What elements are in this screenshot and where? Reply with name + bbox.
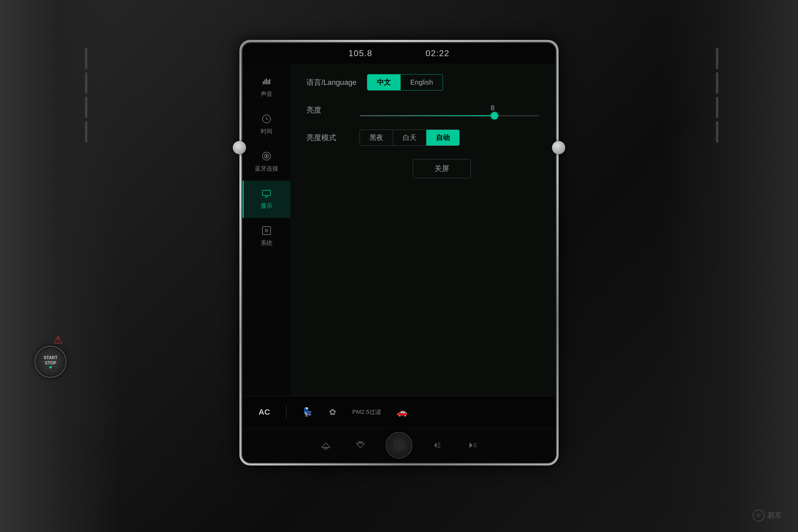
svg-rect-0 (263, 81, 264, 84)
left-dashboard: ⚠ START STOP (0, 0, 120, 532)
status-indicator (50, 366, 52, 368)
screen-off-row: 关屏 (306, 159, 539, 178)
display-settings-panel: 语言/Language 中文 English 亮度 (290, 63, 555, 396)
infotainment-screen: 105.8 02:22 (243, 43, 555, 462)
language-setting-row: 语言/Language 中文 English (306, 74, 539, 91)
hvac-control-bar: AC 💺 ✿ PM2.5过滤 🚗 (243, 396, 555, 428)
sidebar-item-time[interactable]: 时间 (243, 106, 290, 144)
main-content-area: 声音 时间 (243, 63, 555, 396)
sidebar-label-display: 显示 (261, 202, 272, 210)
screen-off-button[interactable]: 关屏 (413, 159, 471, 178)
right-air-vent (716, 48, 718, 142)
system-icon: i (262, 226, 271, 237)
svg-rect-4 (269, 79, 270, 84)
brightness-value: 8 (491, 104, 494, 112)
defrost-rear-button[interactable] (351, 436, 370, 455)
screen-inner-bezel: 105.8 02:22 (242, 42, 556, 463)
svg-rect-2 (266, 78, 267, 84)
start-stop-button[interactable]: START STOP (35, 346, 66, 378)
clock-icon (262, 114, 271, 125)
svg-line-27 (438, 446, 440, 448)
svg-rect-3 (268, 80, 269, 84)
brightness-mode-label: 亮度模式 (306, 133, 349, 143)
watermark-icon: © (753, 510, 764, 521)
watermark: © 易车 (753, 510, 782, 521)
svg-rect-13 (263, 190, 270, 195)
brightness-section: 亮度 8 (306, 104, 539, 116)
hvac-seat-heat[interactable]: 💺 (302, 407, 313, 417)
brightness-mode-row: 亮度模式 黑夜 白天 自动 (306, 130, 539, 146)
right-dashboard (665, 0, 798, 532)
brightness-slider-container[interactable] (360, 115, 539, 116)
defrost-front-button[interactable] (317, 436, 335, 455)
vent-bar (716, 48, 718, 69)
vent-bar (85, 121, 87, 142)
svg-text:i: i (266, 228, 267, 232)
brightness-slider-thumb[interactable] (491, 112, 498, 119)
hvac-divider-1 (286, 405, 286, 419)
brightness-slider-track (360, 115, 539, 116)
current-time: 02:22 (425, 49, 450, 58)
vent-bar (85, 72, 87, 94)
vent-bar (716, 121, 718, 142)
sidebar-item-display[interactable]: 显示 (243, 180, 290, 218)
hvac-fan[interactable]: ✿ (329, 407, 336, 417)
ac-label: AC (259, 407, 270, 417)
brightness-mode-toggle-group: 黑夜 白天 自动 (360, 130, 460, 146)
brightness-row: 亮度 8 (306, 104, 539, 116)
sidebar-item-bluetooth[interactable]: 蓝牙连接 (243, 144, 290, 180)
mode-night-button[interactable]: 黑夜 (360, 130, 393, 146)
physical-button-bar (243, 428, 555, 462)
svg-marker-28 (470, 443, 473, 448)
language-chinese-button[interactable]: 中文 (367, 75, 401, 90)
brightness-slider-fill (360, 115, 494, 116)
language-label: 语言/Language (306, 77, 357, 88)
brightness-label: 亮度 (306, 105, 349, 115)
screen-container: 105.8 02:22 (240, 40, 558, 466)
sidebar-label-system: 系统 (261, 239, 272, 247)
left-knob[interactable] (233, 141, 246, 154)
right-knob[interactable] (552, 141, 565, 154)
sound-icon (262, 77, 271, 88)
svg-marker-24 (434, 443, 437, 448)
radio-frequency: 105.8 (348, 49, 373, 58)
vent-bar (716, 72, 718, 94)
warning-triangle-icon: ⚠ (53, 334, 63, 346)
mode-day-button[interactable]: 白天 (393, 130, 426, 146)
volume-up-button[interactable] (463, 436, 481, 455)
recirculate-icon: 🚗 (397, 407, 407, 417)
language-english-button[interactable]: English (401, 75, 442, 90)
display-icon (262, 189, 271, 200)
seat-heat-icon: 💺 (302, 407, 313, 417)
fan-icon: ✿ (329, 407, 336, 417)
hvac-pm25[interactable]: PM2.5过滤 (352, 408, 381, 416)
language-toggle-group: 中文 English (367, 74, 443, 91)
sidebar-label-time: 时间 (261, 128, 272, 135)
volume-down-button[interactable] (428, 436, 447, 455)
screen-bezel: 105.8 02:22 (240, 40, 558, 466)
sidebar-label-bluetooth: 蓝牙连接 (255, 165, 278, 173)
bluetooth-icon (262, 151, 271, 163)
svg-point-23 (394, 440, 404, 450)
vent-bar (85, 48, 87, 69)
pm25-label: PM2.5过滤 (352, 408, 381, 416)
watermark-text: 易车 (767, 510, 782, 520)
sidebar-label-sound: 声音 (261, 90, 272, 98)
hvac-ac[interactable]: AC (259, 407, 270, 417)
sidebar-item-system[interactable]: i 系统 (243, 218, 290, 255)
vent-bar (716, 97, 718, 118)
vent-bar (85, 97, 87, 118)
stop-label: STOP (45, 360, 56, 365)
home-button[interactable] (386, 432, 412, 459)
status-bar: 105.8 02:22 (243, 43, 555, 63)
start-label: START (44, 355, 57, 360)
svg-line-25 (438, 443, 440, 444)
hvac-recirculate[interactable]: 🚗 (397, 407, 407, 417)
sidebar-item-sound[interactable]: 声音 (243, 69, 290, 106)
left-air-vent (85, 48, 87, 142)
settings-sidebar: 声音 时间 (243, 63, 290, 396)
mode-auto-button[interactable]: 自动 (426, 130, 459, 146)
svg-rect-1 (264, 79, 265, 84)
svg-line-7 (267, 119, 268, 120)
